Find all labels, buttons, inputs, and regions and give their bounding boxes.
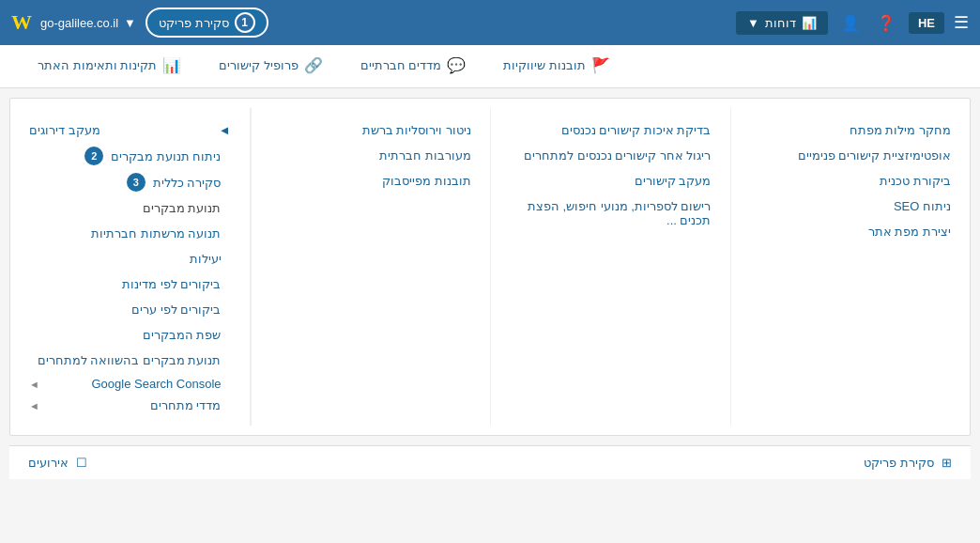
tab-marketing-insights[interactable]: 🚩 תובנות שיווקיות [484,45,629,87]
chat-icon: 💬 [447,56,466,74]
project-badge[interactable]: 1 סקירת פריקט [145,8,268,38]
tab-links[interactable]: 🔗 פרופיל קישורים [200,45,342,87]
reports-button[interactable]: 📊 דוחות ▼ [736,11,828,35]
visitors-body: ניתוח תנועת מבקרים 2 סקירה כללית 3 תנועת… [29,143,231,416]
menu-item-overview[interactable]: סקירה כללית [153,176,222,190]
footer-right[interactable]: ⊞ סקירת פריקט [864,456,952,470]
menu-item-backlink-quality[interactable]: בדיקת איכות קישורים נכנסים [510,117,712,143]
menu-item-competitor-metrics[interactable]: מדדי מתחרים [150,398,222,412]
menu-icon[interactable]: ☰ [954,12,969,33]
menu-grid: מחקר מילות מפתח אופטימיזציית קישורים פני… [10,99,970,435]
users-icon[interactable]: 👤 [837,10,864,36]
link-icon: 🔗 [304,56,323,74]
menu-item-technical-audit[interactable]: ביקורת טכנית [750,168,952,194]
help-icon[interactable]: ❓ [873,10,899,36]
col-visitors: ◄ מעקב דירוגים ניתוח תנועת מבקרים 2 סקיר… [10,108,251,426]
wix-logo: W [11,10,31,35]
cm-arrow: ◄ [29,400,39,411]
menu-item-seo-analysis[interactable]: ניתוח SEO [750,194,952,219]
menu-item-sitemap[interactable]: יצירת מפת אתר [750,219,952,244]
tab-social[interactable]: 💬 מדדים חברתיים [342,45,485,87]
footer-project-label: סקירת פריקט [864,456,934,470]
col-links: בדיקת איכות קישורים נכנסים ריגול אחר קיש… [490,108,730,426]
chart-icon: 📊 [162,56,181,74]
tab-marketing-insights-label: תובנות שיווקיות [503,58,586,72]
menu-item-viral-monitoring[interactable]: ניטור וירוסליות ברשת [270,117,472,143]
reports-icon: 📊 [802,16,817,30]
tab-site-health[interactable]: 📊 תקינות ותאימות האתר [19,45,200,87]
reports-chevron: ▼ [747,16,759,30]
badge-3: 3 [127,173,145,192]
visitors-section-header[interactable]: ◄ מעקב דירוגים [29,117,231,143]
tab-site-health-label: תקינות ותאימות האתר [38,58,157,72]
col-social: ניטור וירוסליות ברשת מעורבות חברתית תובנ… [251,108,491,426]
menu-item-competitor-backlinks[interactable]: ריגול אחר קישורים נכנסים למתחרים [510,143,712,168]
tab-links-label: פרופיל קישורים [219,58,299,72]
footer-bar: ⊞ סקירת פריקט ☐ אירועים [9,445,971,479]
tab-social-label: מדדים חברתיים [360,58,442,72]
menu-item-social-engagement[interactable]: מעורבות חברתית [270,143,472,168]
events-checkbox-icon: ☐ [76,456,87,470]
project-badge-num: 1 [235,12,255,33]
menu-item-keyword-research[interactable]: מחקר מילות מפתח [750,117,952,143]
lang-label[interactable]: HE [909,12,944,34]
project-grid-icon: ⊞ [942,456,952,470]
visitors-arrow: ◄ [219,123,231,137]
menu-item-visitors-analysis[interactable]: ניתוח תנועת מבקרים [111,149,221,163]
domain-arrow: ▼ [124,16,136,30]
main-content: מחקר מילות מפתח אופטימיזציית קישורים פני… [9,98,971,436]
menu-item-visits-by-city[interactable]: ביקורים לפי ערים [29,297,222,322]
menu-item-competitors-comparison[interactable]: תנועת מבקרים בהשוואה למתחרים [29,348,222,373]
domain-button[interactable]: ▼ go-galilee.co.il [40,16,136,30]
reports-label: דוחות [765,16,796,30]
subnav: 🚩 תובנות שיווקיות 💬 מדדים חברתיים 🔗 פרופ… [0,45,980,88]
menu-item-facebook-insights[interactable]: תובנות מפייסבוק [270,168,472,194]
menu-item-traffic: תנועת מבקרים [29,195,222,221]
menu-item-google-search-console[interactable]: Google Search Console [91,377,221,391]
flag-icon: 🚩 [591,56,610,74]
badge-2: 2 [84,147,103,165]
gsc-arrow: ◄ [29,379,39,390]
footer-left[interactable]: ☐ אירועים [28,456,87,470]
domain-label: go-galilee.co.il [40,16,118,30]
menu-item-internal-links[interactable]: אופטימיזציית קישורים פנימיים [750,143,952,168]
menu-item-social-traffic[interactable]: תנועה מרשתות חברתיות [29,221,222,246]
menu-item-directories[interactable]: רישום לספריות, מנועי חיפוש, הפצת תכנים .… [510,194,712,233]
footer-events-label: אירועים [28,456,69,470]
menu-item-efficiency[interactable]: יעילות [29,246,222,272]
menu-item-visits-by-country[interactable]: ביקורים לפי מדינות [29,272,222,297]
topbar: ☰ HE ❓ 👤 📊 דוחות ▼ 1 סקירת פריקט ▼ go-ga… [0,0,980,45]
menu-item-visitor-language[interactable]: שפת המבקרים [29,322,222,348]
col-seo: מחקר מילות מפתח אופטימיזציית קישורים פני… [730,108,971,426]
visitors-title: מעקב דירוגים [29,123,100,137]
menu-item-link-tracking[interactable]: מעקב קישורים [510,168,712,194]
project-label: סקירת פריקט [159,16,229,30]
